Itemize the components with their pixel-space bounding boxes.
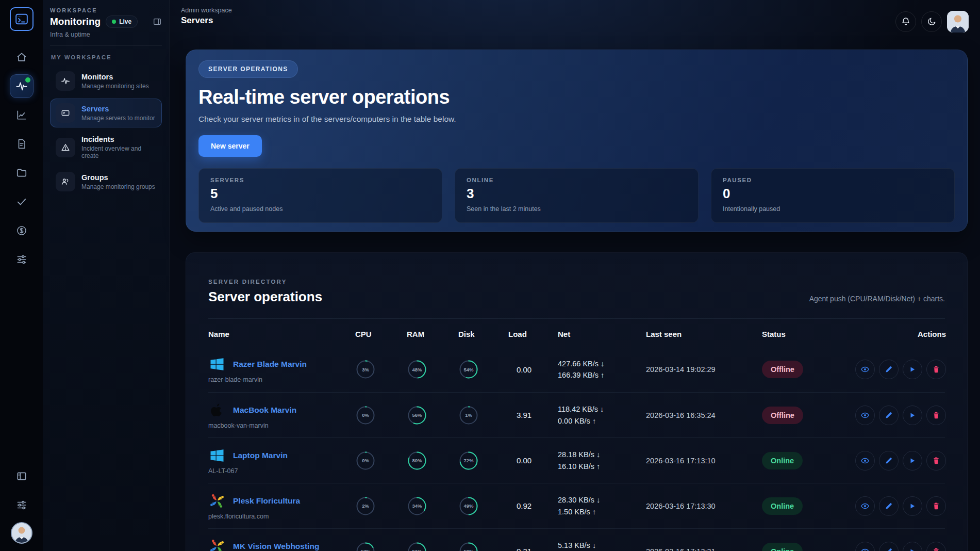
billing-icon[interactable] [10,219,34,242]
ram-ring-gauge: 48% [407,359,427,380]
cpu-ring-gauge: 17% [355,541,376,551]
net-down-value: 118.42 KB/s [558,405,598,413]
server-name-cell: Razer Blade Marvin razer-blade-marvin [208,355,355,383]
disk-ring-gauge: 49% [458,496,479,516]
status-badge: Online [762,543,803,551]
ram-cell: 48% [407,359,458,380]
server-name-link[interactable]: Razer Blade Marvin [233,360,307,369]
ram-percent-label: 34% [407,496,427,516]
hero-stats: SERVERS 5 Active and paused nodes ONLINE… [198,168,955,223]
sidebar-item-monitors[interactable]: Monitors Manage monitoring sites [50,67,162,95]
view-server-button[interactable] [855,542,875,551]
last-seen-value: 2026-03-16 17:13:30 [646,502,762,510]
delete-server-button[interactable] [926,406,946,425]
ram-ring-gauge: 51% [407,541,427,551]
panel-toggle-icon[interactable] [10,464,34,488]
sidebar-item-servers[interactable]: Servers Manage servers to monitor [50,99,162,127]
ram-cell: 56% [407,405,458,426]
pencil-icon [885,365,893,374]
stat-value: 5 [210,186,430,202]
run-server-button[interactable] [903,496,922,516]
edit-server-button[interactable] [879,542,899,551]
settings-sliders-icon[interactable] [10,493,34,517]
delete-server-button[interactable] [926,542,946,551]
ram-cell: 51% [407,541,458,551]
disk-cell: 59% [458,541,508,551]
arrow-up-icon: ↑ [592,508,596,516]
sidebar-item-desc: Manage monitoring sites [81,83,149,90]
pencil-icon [885,457,893,465]
disk-cell: 54% [458,359,508,380]
stat-card-online: ONLINE 3 Seen in the last 2 minutes [455,168,699,223]
view-server-button[interactable] [855,451,875,471]
directory-note: Agent push (CPU/RAM/Disk/Net) + charts. [809,295,945,305]
trash-icon [932,411,940,419]
server-name-link[interactable]: MacBook Marvin [233,406,296,415]
cpu-ring-gauge: 3% [355,359,376,380]
edit-server-button[interactable] [879,406,899,425]
disk-cell: 1% [458,405,508,426]
server-icon [56,103,75,123]
delete-server-button[interactable] [926,360,946,379]
sidebar-item-desc: Manage servers to monitor [81,115,155,122]
last-seen-value: 2026-03-16 16:35:24 [646,411,762,419]
col-ram: RAM [407,330,458,338]
chart-icon[interactable] [10,103,34,127]
cpu-cell: 0% [355,450,407,471]
trash-icon [932,365,940,374]
home-icon[interactable] [10,45,34,69]
hero-subtitle: Check your server metrics in of the serv… [198,115,955,124]
users-icon [56,172,75,191]
delete-server-button[interactable] [926,451,946,471]
cpu-percent-label: 17% [355,541,376,551]
rail-user-avatar[interactable] [11,522,32,544]
status-badge: Online [762,452,803,469]
live-label: Live [119,18,131,25]
sidebar-item-incidents[interactable]: Incidents Incident overview and create [50,131,162,164]
view-server-button[interactable] [855,496,875,516]
run-server-button[interactable] [903,406,922,425]
notifications-button[interactable] [895,11,916,32]
run-server-button[interactable] [903,360,922,379]
disk-ring-gauge: 1% [458,405,479,426]
stat-card-servers: SERVERS 5 Active and paused nodes [198,168,442,223]
check-icon[interactable] [10,190,34,214]
breadcrumb: Admin workspace [181,7,232,14]
sidebar-item-label: Monitors [81,73,149,81]
actions-cell [855,542,946,551]
theme-toggle-button[interactable] [921,11,942,32]
edit-server-button[interactable] [879,360,899,379]
edit-server-button[interactable] [879,496,899,516]
server-name-link[interactable]: Laptop Marvin [233,451,288,460]
view-server-button[interactable] [855,360,875,379]
sidebar-item-label: Servers [81,105,155,113]
sidebar-item-groups[interactable]: Groups Manage monitoring groups [50,167,162,196]
sliders-icon[interactable] [10,248,34,271]
run-server-button[interactable] [903,451,922,471]
status-badge: Offline [762,407,803,424]
ram-percent-label: 80% [407,450,427,471]
stat-caption: Active and paused nodes [210,205,430,213]
activity-icon[interactable] [10,74,34,98]
edit-server-button[interactable] [879,451,899,471]
plesk-logo-icon [208,492,226,510]
new-server-button[interactable]: New server [198,135,262,157]
load-value: 0.92 [508,501,558,510]
workspace-tagline: Infra & uptime [50,31,162,38]
arrow-down-icon: ↓ [592,541,596,549]
view-server-button[interactable] [855,406,875,425]
server-name-link[interactable]: MK Vision Webhosting [233,542,319,551]
disk-percent-label: 59% [458,541,479,551]
sidebar-collapse-icon[interactable] [153,17,162,26]
user-avatar[interactable] [947,11,969,33]
server-name-link[interactable]: Plesk Floricultura [233,496,300,506]
disk-percent-label: 72% [458,450,479,471]
load-value: 0.31 [508,547,558,551]
server-hostname: plesk.floricultura.com [208,513,355,520]
folder-icon[interactable] [10,161,34,185]
document-icon[interactable] [10,132,34,156]
delete-server-button[interactable] [926,496,946,516]
terminal-logo-icon[interactable] [10,7,34,31]
run-server-button[interactable] [903,542,922,551]
arrow-down-icon: ↓ [601,360,604,368]
